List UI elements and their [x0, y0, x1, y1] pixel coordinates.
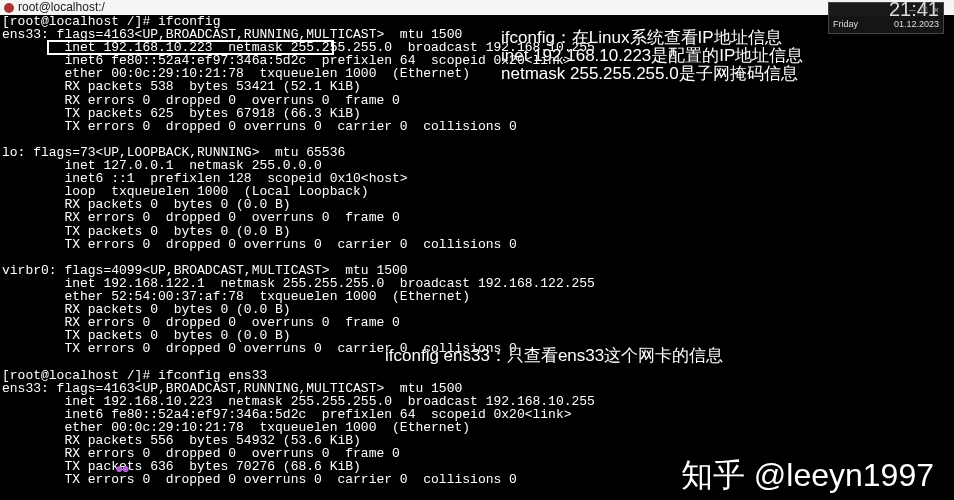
app-icon — [4, 3, 14, 13]
clock-day: Friday — [833, 18, 858, 31]
clock-widget: ─ □ × 21:41 Friday 01.12.2023 — [828, 2, 944, 34]
annotation-ifconfig: ifconfig：在Linux系统查看IP地址信息 — [501, 28, 782, 47]
decorative-dots: ●● — [115, 463, 128, 476]
annotation-inet: inet 192.168.10.223是配置的IP地址信息 — [501, 46, 803, 65]
clock-date: 01.12.2023 — [894, 18, 939, 31]
annotation-netmask: netmask 255.255.255.0是子网掩码信息 — [501, 64, 798, 83]
window-titlebar: root@localhost:/ — [0, 0, 954, 15]
annotation-ifconfig-ens33: ifconfig ens33：只查看ens33这个网卡的信息 — [385, 346, 723, 365]
clock-window-controls[interactable]: ─ □ × — [909, 4, 941, 17]
terminal-output[interactable]: [root@localhost /]# ifconfig ens33: flag… — [0, 15, 954, 500]
window-title: root@localhost:/ — [18, 1, 105, 14]
watermark: 知乎 @leeyn1997 — [681, 469, 934, 482]
